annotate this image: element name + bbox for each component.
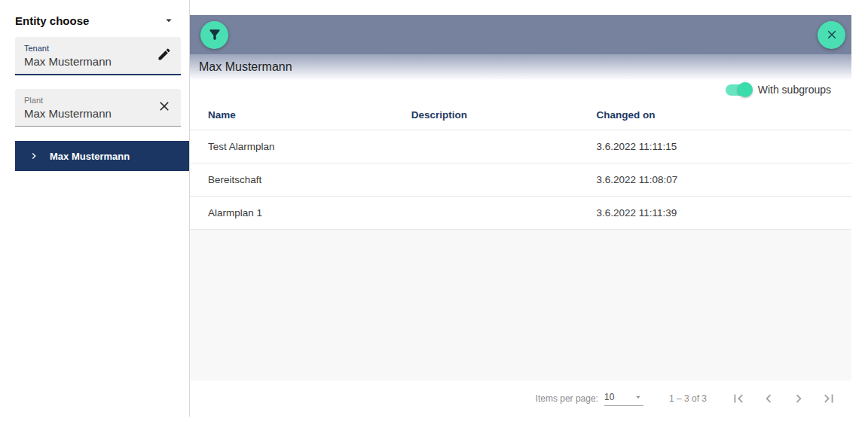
tenant-field[interactable]: Tenant Max Mustermann bbox=[15, 37, 181, 75]
panel-toolbar bbox=[190, 15, 851, 54]
toggle-thumb bbox=[738, 82, 753, 97]
column-header-name: Name bbox=[208, 109, 411, 121]
chevron-right-icon bbox=[790, 390, 807, 407]
plant-field[interactable]: Plant Max Mustermann bbox=[15, 89, 181, 127]
pager-buttons bbox=[723, 384, 844, 414]
column-header-changed-on: Changed on bbox=[596, 109, 833, 121]
table-row[interactable]: Alarmplan 13.6.2022 11:11:39 bbox=[190, 197, 851, 230]
edit-tenant-button[interactable] bbox=[154, 45, 175, 66]
cell-changed: 3.6.2022 11:11:15 bbox=[596, 141, 833, 152]
page-size-select[interactable]: 10 bbox=[604, 392, 643, 406]
plant-label: Plant bbox=[24, 96, 151, 105]
table-body: Test Alarmplan3.6.2022 11:11:15Bereitsch… bbox=[190, 130, 851, 230]
first-page-icon bbox=[730, 390, 747, 407]
table-row[interactable]: Test Alarmplan3.6.2022 11:11:15 bbox=[190, 130, 851, 164]
plant-value: Max Mustermann bbox=[24, 107, 151, 120]
close-icon bbox=[825, 28, 839, 41]
cell-name: Alarmplan 1 bbox=[208, 207, 411, 219]
table-header-row: Name Description Changed on bbox=[190, 100, 851, 130]
with-subgroups-toggle[interactable] bbox=[726, 84, 750, 96]
column-header-description: Description bbox=[411, 109, 597, 121]
close-icon bbox=[157, 99, 172, 116]
cell-changed: 3.6.2022 11:11:39 bbox=[596, 207, 833, 219]
filter-icon bbox=[207, 27, 222, 42]
subgroups-toggle-row: With subgroups bbox=[190, 79, 851, 100]
first-page-button[interactable] bbox=[723, 384, 753, 414]
chevron-left-icon bbox=[760, 390, 777, 407]
paginator: Items per page: 10 1 – 3 of 3 bbox=[190, 381, 851, 417]
chevron-down-icon bbox=[633, 392, 643, 402]
panel-title: Max Mustermann bbox=[199, 60, 292, 74]
cell-changed: 3.6.2022 11:08:07 bbox=[596, 174, 833, 185]
cell-name: Test Alarmplan bbox=[208, 141, 411, 152]
app-window: Entity choose Tenant Max Mustermann Plan… bbox=[0, 0, 868, 434]
entity-choose-header[interactable]: Entity choose bbox=[15, 14, 176, 27]
with-subgroups-label: With subgroups bbox=[758, 84, 831, 96]
tree-item-max-mustermann[interactable]: Max Mustermann bbox=[15, 141, 189, 171]
items-per-page-label: Items per page: bbox=[536, 393, 598, 404]
tenant-label: Tenant bbox=[24, 44, 151, 53]
close-button[interactable] bbox=[818, 21, 845, 49]
tree-item-label: Max Mustermann bbox=[50, 151, 130, 162]
alarm-plans-table: Name Description Changed on Test Alarmpl… bbox=[190, 100, 851, 381]
last-page-button[interactable] bbox=[814, 384, 844, 414]
chevron-down-icon bbox=[162, 14, 176, 27]
table-row[interactable]: Bereitschaft3.6.2022 11:08:07 bbox=[190, 164, 851, 197]
clear-plant-button[interactable] bbox=[154, 97, 175, 118]
previous-page-button[interactable] bbox=[753, 384, 784, 414]
panel-title-strip: Max Mustermann bbox=[190, 54, 851, 79]
tenant-value: Max Mustermann bbox=[24, 55, 151, 68]
entity-choose-title: Entity choose bbox=[15, 14, 89, 27]
page-size-value: 10 bbox=[604, 392, 614, 402]
filter-button[interactable] bbox=[200, 21, 228, 49]
main-panel: Max Mustermann With subgroups Name Descr… bbox=[190, 0, 851, 417]
pencil-icon bbox=[157, 47, 172, 64]
chevron-right-icon bbox=[28, 150, 40, 162]
table-empty-area bbox=[190, 230, 851, 381]
last-page-icon bbox=[821, 390, 837, 407]
cell-name: Bereitschaft bbox=[208, 174, 411, 185]
next-page-button[interactable] bbox=[784, 384, 814, 414]
entity-sidebar: Entity choose Tenant Max Mustermann Plan… bbox=[0, 0, 190, 417]
paginator-range-label: 1 – 3 of 3 bbox=[669, 393, 707, 404]
